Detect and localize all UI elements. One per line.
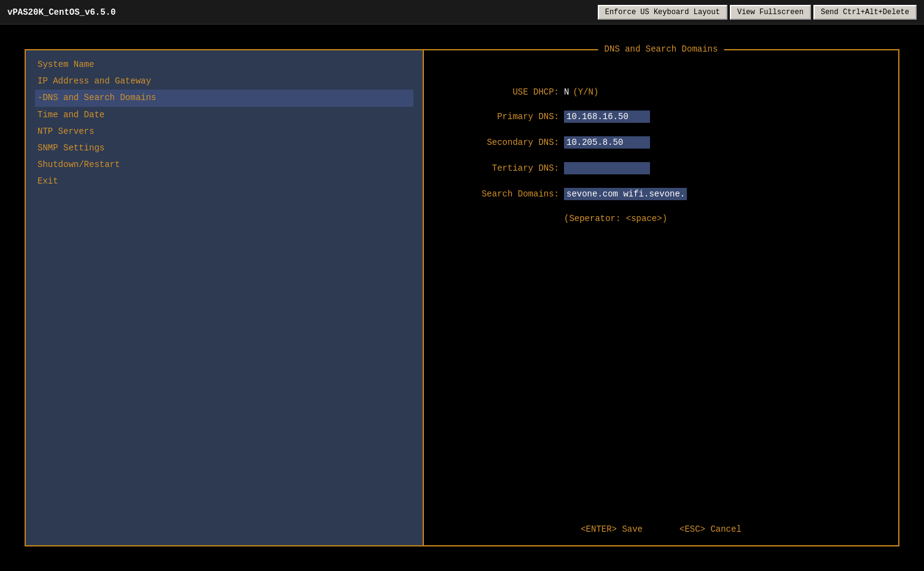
search-domains-input[interactable] xyxy=(564,188,687,200)
sidebar-item-snmp-settings[interactable]: SNMP Settings xyxy=(35,140,413,157)
send-ctrl-alt-del-button[interactable]: Send Ctrl+Alt+Delete xyxy=(813,5,917,20)
app-title: vPAS20K_CentOS_v6.5.0 xyxy=(7,7,116,17)
sidebar-item-ip-address[interactable]: IP Address and Gateway xyxy=(35,73,413,90)
use-dhcp-row: USE DHCP: N (Y/N) xyxy=(436,87,886,97)
sidebar-item-exit[interactable]: Exit xyxy=(35,173,413,190)
primary-dns-label: Primary DNS: xyxy=(436,112,559,122)
topbar-buttons: Enforce US Keyboard Layout View Fullscre… xyxy=(598,5,917,20)
esc-cancel-label: <ESC> Cancel xyxy=(679,524,742,534)
use-dhcp-label: USE DHCP: xyxy=(436,87,559,97)
secondary-dns-row: Secondary DNS: xyxy=(436,136,886,149)
secondary-dns-label: Secondary DNS: xyxy=(436,138,559,147)
sidebar-item-dns-search[interactable]: -DNS and Search Domains xyxy=(35,90,413,106)
tertiary-dns-label: Tertiary DNS: xyxy=(436,163,559,173)
bottom-actions-bar: <ENTER> Save <ESC> Cancel xyxy=(424,519,898,539)
sidebar-item-ntp-servers[interactable]: NTP Servers xyxy=(35,123,413,140)
use-dhcp-hint: (Y/N) xyxy=(573,87,598,97)
sidebar-item-system-name[interactable]: System Name xyxy=(35,56,413,73)
view-fullscreen-button[interactable]: View Fullscreen xyxy=(730,5,811,20)
panel-title: DNS and Search Domains xyxy=(598,44,724,54)
sidebar-item-time-date[interactable]: Time and Date xyxy=(35,107,413,123)
secondary-dns-input[interactable] xyxy=(564,136,650,149)
tertiary-dns-input[interactable] xyxy=(564,162,650,174)
enforce-keyboard-button[interactable]: Enforce US Keyboard Layout xyxy=(598,5,727,20)
main-content: System Name IP Address and Gateway-DNS a… xyxy=(0,25,924,571)
right-dns-panel: DNS and Search Domains USE DHCP: N (Y/N)… xyxy=(424,49,899,546)
enter-save-label: <ENTER> Save xyxy=(581,524,643,534)
sidebar-item-shutdown-restart[interactable]: Shutdown/Restart xyxy=(35,157,413,173)
search-domains-row: Search Domains: xyxy=(436,188,886,200)
tertiary-dns-row: Tertiary DNS: xyxy=(436,162,886,174)
left-menu-panel: System Name IP Address and Gateway-DNS a… xyxy=(25,49,424,546)
use-dhcp-value: N xyxy=(564,87,569,97)
topbar: vPAS20K_CentOS_v6.5.0 Enforce US Keyboar… xyxy=(0,0,924,25)
primary-dns-row: Primary DNS: xyxy=(436,111,886,123)
separator-hint: (Seperator: <space>) xyxy=(564,214,886,223)
primary-dns-input[interactable] xyxy=(564,111,650,123)
search-domains-label: Search Domains: xyxy=(436,189,559,199)
